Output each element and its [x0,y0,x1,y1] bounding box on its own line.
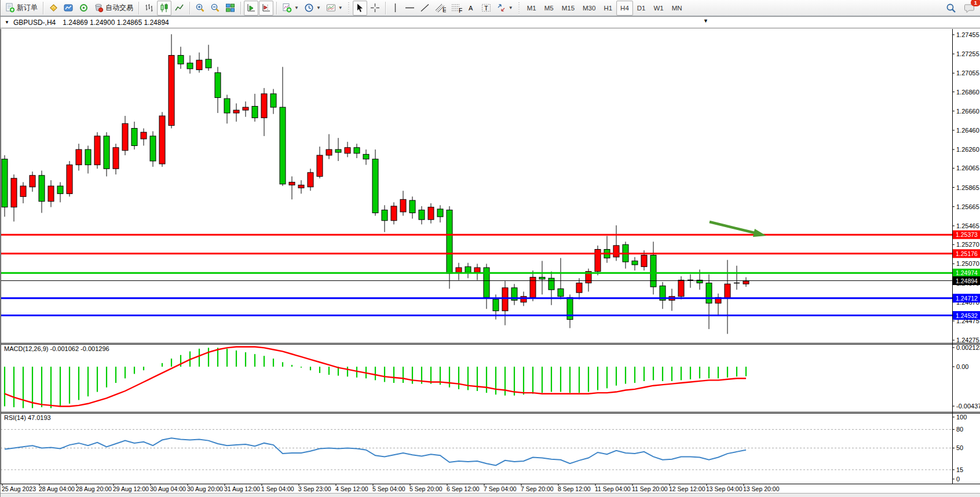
rsi-tick-label: 100 [956,414,967,421]
price-badge-label: 1.25373 [956,231,978,238]
candle-body [354,148,360,154]
candle-body [613,246,619,257]
price-tick-label: 1.25070 [956,260,979,267]
candle-body [289,182,295,185]
time-tick-label: 3 Sep 23:00 [298,485,331,492]
time-tick-label: 1 Sep 04:00 [261,485,294,492]
candle-body [372,159,378,213]
candle-body [595,250,601,272]
price-badge-label: 1.25176 [956,250,978,257]
rsi-indicator-label: RSI(14) 47.0193 [4,414,51,421]
macd-tick-label: 0.00 [956,363,968,370]
time-tick-label: 6 Sep 12:00 [447,485,480,492]
candle-body [363,154,369,159]
rsi-tick-label: 0 [956,476,960,483]
candle-body [11,178,17,207]
macd-tick-label: 0.002123 [956,344,980,351]
candle-body [141,132,147,139]
rsi-tick-label: 15 [956,466,963,473]
window-bottom-strip [1,493,980,497]
candle-body [474,268,480,272]
time-tick-label: 7 Sep 04:00 [484,485,517,492]
candle-body [484,268,489,297]
candle-body [57,186,63,193]
candle-body [280,107,286,184]
candle-body [335,149,341,152]
candle-body [94,136,100,165]
rsi-tick-label: 80 [956,426,963,433]
price-tick-label: 1.25465 [956,222,979,229]
candle-body [243,107,248,110]
price-tick-label: 1.26065 [956,165,979,171]
candle-body [706,283,712,304]
candle-body [131,129,137,146]
candle-body [20,186,26,196]
time-tick-label: 12 Sep 12:00 [669,485,705,492]
price-tick-label: 1.24275 [956,337,979,343]
candle-body [113,148,119,169]
candle-body [159,116,165,164]
candle-body [539,277,545,279]
time-tick-label: 29 Aug 12:00 [113,485,149,492]
time-tick-label: 8 Sep 12:00 [558,485,591,492]
time-tick-label: 25 Aug 2023 [2,485,36,492]
candle-body [419,210,425,220]
candle-body [650,255,656,287]
price-badge-label: 1.24894 [956,277,978,284]
macd-tick-label: -0.004378 [956,403,980,410]
candle-body [400,199,406,212]
candle-body [641,255,647,266]
time-tick-label: 11 Sep 04:00 [595,485,631,492]
time-tick-label: 7 Sep 20:00 [521,485,554,492]
chart-canvas[interactable]: 1.274551.272551.270551.268601.266601.264… [1,0,980,497]
price-tick-label: 1.27055 [956,70,979,76]
chart-background [1,28,980,493]
candle-body [196,60,202,70]
time-tick-label: 28 Aug 20:00 [76,485,112,492]
candle-body [104,136,109,169]
price-badge-label: 1.24532 [956,312,978,319]
price-badge-label: 1.24712 [956,295,978,302]
candle-body [391,206,397,221]
candle-body [317,155,323,176]
candle-body [382,210,387,221]
mt4-window: 新订单 自动交易 [0,0,980,497]
candle-body [252,106,258,118]
candle-body [725,284,730,298]
candle-body [224,98,230,113]
candle-body [308,173,313,187]
price-tick-label: 1.26260 [956,146,979,153]
candle-body [345,148,350,154]
candle-body [743,281,749,284]
candle-body [447,210,452,273]
candle-body [187,63,193,69]
time-tick-label: 5 Sep 20:00 [409,485,443,492]
candle-body [48,186,54,202]
candle-body [85,149,91,165]
rsi-tick-label: 50 [956,444,963,451]
candle-body [150,136,156,161]
candle-body [215,72,221,97]
candle-body [2,159,8,207]
candle-body [576,283,582,293]
price-tick-label: 1.25270 [956,241,979,248]
candle-body [326,149,332,155]
candle-body [548,278,554,290]
candle-body [456,268,462,272]
candle-body [122,123,128,150]
candle-body [169,56,174,126]
candle-body [261,94,267,118]
price-tick-label: 1.27455 [956,31,979,38]
time-tick-label: 31 Aug 12:00 [224,485,260,492]
time-tick-label: 28 Aug 04:00 [39,485,75,492]
price-tick-label: 1.25665 [956,203,979,210]
candle-body [530,277,536,298]
price-tick-label: 1.26460 [956,127,979,134]
candle-body [558,288,564,296]
candle-body [270,94,276,107]
candle-body [39,176,45,202]
time-tick-label: 4 Sep 12:00 [335,485,368,492]
time-tick-label: 5 Sep 04:00 [372,485,405,492]
candle-body [502,288,508,311]
price-tick-label: 1.26660 [956,108,979,115]
